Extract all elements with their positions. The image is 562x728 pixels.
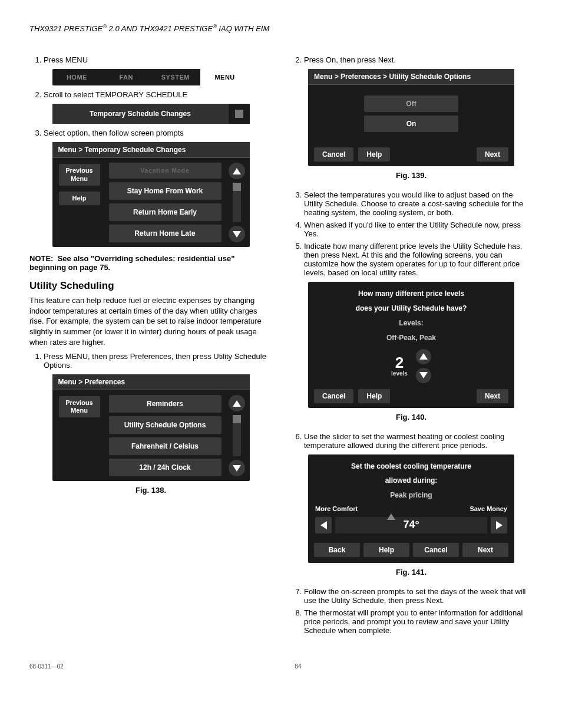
figure-caption-141: Fig. 141. [290,568,533,577]
doc-number: 68-0311—02 [29,663,64,670]
temp-schedule-panel: Menu > Temporary Schedule Changes Previo… [52,142,250,247]
title-line-1: Set the coolest cooling temperature [312,459,511,474]
back-button[interactable]: Back [314,543,360,557]
list-item[interactable]: Return Home Late [109,225,222,242]
right-column: Press On, then press Next. Menu > Prefer… [290,51,533,640]
levels-label: Levels: [312,316,511,331]
right-step-5: Indicate how many different price levels… [304,242,533,277]
left-step-2: Scroll to select TEMPORARY SCHEDULE [44,90,272,99]
temperature-slider[interactable]: 74° [335,517,487,533]
off-button[interactable]: Off [364,95,458,112]
note: NOTE: See also "Overriding schedules: re… [29,254,272,272]
tab-home[interactable]: HOME [52,69,102,85]
panel-header: Menu > Preferences [52,374,250,390]
figure-caption-139: Fig. 139. [290,171,533,180]
scroll-thumb[interactable] [233,415,241,423]
page-footer: 68-0311—02 84 [29,663,533,670]
list-item[interactable]: Return Home Early [109,203,222,221]
left-column: Press MENU HOME FAN SYSTEM MENU Scroll t… [29,51,272,640]
temperature-value: 74° [335,519,487,531]
right-step-2: Press On, then press Next. [304,55,533,64]
scrollbar[interactable] [233,415,241,456]
scroll-thumb[interactable] [233,183,241,191]
scroll-up-button[interactable] [229,395,245,411]
next-button[interactable]: Next [462,543,508,557]
right-step-6: Use the slider to set the warmest heatin… [304,432,533,450]
previous-menu-button[interactable]: Previous Menu [59,396,100,417]
list-item[interactable]: Fahrenheit / Celsius [109,437,222,455]
chevron-down-icon [233,231,241,238]
slider-right-button[interactable] [491,517,507,533]
chevron-left-icon [320,521,327,529]
list-item[interactable]: Utility Schedule Options [109,416,222,434]
list-item[interactable]: Stay Home From Work [109,182,222,200]
chevron-down-icon [233,465,241,472]
strip-scroll-thumb[interactable] [229,104,250,124]
page-header: THX9321 PRESTIGE® 2.0 AND THX9421 PRESTI… [29,24,533,33]
panel-header: Menu > Preferences > Utility Schedule Op… [308,69,514,85]
temporary-schedule-strip: Temporary Schedule Changes [52,104,250,124]
slider-thumb[interactable] [387,513,395,520]
figure-caption-140: Fig. 140. [290,413,533,421]
help-button[interactable]: Help [358,389,390,403]
help-button[interactable]: Help [363,543,409,557]
question-line-2: does your Utility Schedule have? [312,301,511,316]
next-button[interactable]: Next [477,147,508,162]
preferences-panel: Menu > Preferences Previous Menu Reminde… [52,374,250,481]
right-step-7: Follow the on-screen prompts to set the … [304,587,533,605]
help-button[interactable]: Help [358,147,390,162]
slider-left-button[interactable] [315,517,332,533]
page-number: 84 [295,663,301,670]
scroll-down-button[interactable] [229,226,245,242]
tab-system[interactable]: SYSTEM [151,69,200,85]
utility-options-panel: Menu > Preferences > Utility Schedule Op… [308,69,514,166]
levels-value: 2 [395,355,404,370]
levels-up-button[interactable] [416,349,431,364]
right-step-8: The thermostat will prompt you to enter … [304,608,533,635]
cooling-temp-panel: Set the coolest cooling temperature allo… [308,454,514,563]
previous-menu-button[interactable]: Previous Menu [59,164,100,185]
on-button[interactable]: On [364,116,458,132]
title-line-2: allowed during: [312,473,511,488]
cancel-button[interactable]: Cancel [314,147,353,162]
panel-header: Menu > Temporary Schedule Changes [52,142,250,158]
chevron-up-icon [419,353,428,360]
left-step-1: Press MENU [44,55,272,64]
pricing-mode: Peak pricing [312,488,511,503]
chevron-up-icon [233,400,241,407]
tab-bar: HOME FAN SYSTEM MENU [52,69,250,85]
util-step-1: Press MENU, then press Preferences, then… [44,352,272,370]
cancel-button[interactable]: Cancel [314,389,353,403]
right-step-4: When asked if you'd like to enter the Ut… [304,220,533,238]
tab-menu[interactable]: MENU [200,69,250,85]
right-step-3: Select the temperatures you would like t… [304,190,533,217]
scroll-down-button[interactable] [229,460,245,476]
more-comfort-label: More Comfort [315,505,358,512]
save-money-label: Save Money [470,505,507,512]
price-levels-panel: How many different price levels does you… [308,282,514,407]
question-line-1: How many different price levels [312,286,511,301]
list-item[interactable]: 12h / 24h Clock [109,459,222,476]
figure-caption-138: Fig. 138. [29,486,272,495]
levels-unit: levels [391,370,408,377]
chevron-right-icon [496,521,503,529]
left-step-3: Select option, then follow screen prompt… [44,129,272,137]
levels-down-button[interactable] [416,368,431,383]
chevron-up-icon [233,168,241,174]
section-heading: Utility Scheduling [29,280,272,292]
section-paragraph: This feature can help reduce fuel or ele… [29,295,272,347]
scroll-up-button[interactable] [229,163,245,179]
levels-options: Off-Peak, Peak [312,331,511,345]
tab-fan[interactable]: FAN [101,69,151,85]
cancel-button[interactable]: Cancel [413,543,459,557]
strip-label[interactable]: Temporary Schedule Changes [52,104,229,124]
help-button[interactable]: Help [59,192,100,205]
next-button[interactable]: Next [477,389,508,403]
scrollbar[interactable] [233,183,241,222]
list-item[interactable]: Reminders [109,395,222,413]
list-item[interactable]: Vacation Mode [109,163,222,179]
chevron-down-icon [419,372,428,378]
